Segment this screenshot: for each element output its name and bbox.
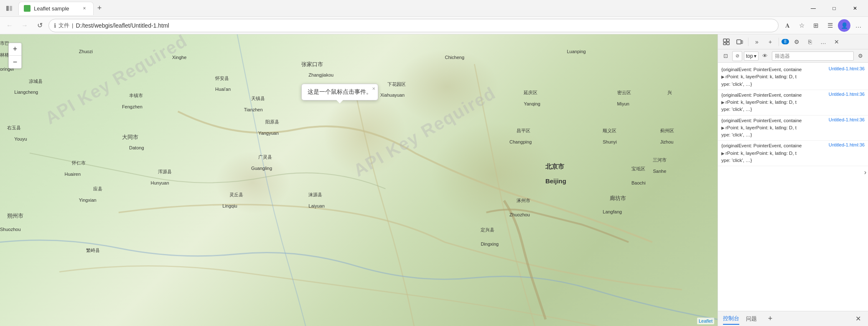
zoom-controls: + − (8, 43, 22, 69)
right-chevron-icon[interactable]: › (864, 169, 866, 176)
label-zhuozi: Zhuozi (79, 49, 93, 54)
devtools-close-button[interactable]: ✕ (831, 36, 843, 48)
console-expandable-1[interactable]: ▶rPoint: k, layerPoint: k, latlng: D, t (721, 73, 865, 80)
label-baochi-en: Baochi (631, 180, 646, 185)
label-sanhe-cn: 三河市 (653, 157, 667, 163)
label-miyun-cn: 密云区 (617, 90, 631, 96)
svg-rect-6 (737, 40, 741, 44)
close-window-button[interactable]: ✕ (845, 2, 865, 15)
label-zhangjiakou-en: Zhangjiakou (308, 72, 333, 77)
settings-more-button[interactable]: … (852, 19, 865, 32)
label-datong-en: Datong (129, 145, 144, 150)
label-huaian-cn: 怀安县 (215, 75, 229, 82)
label-xiahuayuan-cn: 下花园区 (387, 81, 406, 87)
label-tianzhen-en: Tianzhen (244, 107, 263, 112)
label-langfang-en: Langfang (603, 209, 622, 214)
address-input[interactable] (76, 22, 773, 29)
tab-favicon (24, 5, 31, 12)
new-tab-button[interactable]: + (94, 3, 105, 14)
leaflet-link[interactable]: Leaflet (699, 318, 713, 323)
new-devtools-button[interactable]: + (764, 36, 776, 48)
console-expandable-4[interactable]: ▶rPoint: k, layerPoint: k, latlng: D, t (721, 150, 865, 157)
back-button[interactable]: ← (3, 19, 16, 32)
filter-input[interactable] (772, 51, 854, 61)
devtools-panel: » + 8 ⚙ ⎘ … ✕ ⊡ ⊘ top ▾ 👁 (718, 34, 868, 326)
console-link-4[interactable]: Untitled-1.html:36 (829, 142, 865, 147)
maximize-button[interactable]: □ (825, 2, 844, 15)
inspect-element-button[interactable] (720, 36, 732, 48)
zoom-in-button[interactable]: + (9, 43, 21, 56)
label-shunyi-en: Shunyi (603, 139, 617, 144)
svg-rect-3 (727, 39, 729, 41)
console-entry-1: Untitled-1.html:36 {originalEvent: Point… (718, 64, 868, 90)
active-tab[interactable]: Leaflet sample × (18, 2, 94, 15)
label-huaian-en: Huai'an (215, 87, 231, 92)
expand-arrow-3: ▶ (721, 126, 725, 130)
console-output[interactable]: Untitled-1.html:36 {originalEvent: Point… (718, 63, 868, 311)
device-emulation-button[interactable] (734, 36, 746, 48)
collections-button[interactable]: ☰ (824, 19, 836, 32)
console-entry-3: Untitled-1.html:36 {originalEvent: Point… (718, 116, 868, 141)
svg-rect-2 (723, 39, 726, 42)
console-entry-4: Untitled-1.html:36 {originalEvent: Point… (718, 141, 868, 166)
read-aloud-button[interactable]: 𝐀 (781, 19, 794, 32)
label-shuozhou-en: Shuozhou (0, 227, 21, 232)
filter-settings-button[interactable]: ⚙ (855, 51, 865, 61)
label-datong-cn: 大同市 (122, 133, 138, 141)
label-beijing-en: Beijing (545, 177, 566, 185)
map-container[interactable]: 张家口市 Zhangjiakou Chicheng Luanping 怀安县 H… (0, 34, 718, 326)
favorites-button[interactable]: ☆ (795, 19, 808, 32)
label-yanqing-cn: 延庆区 (524, 90, 537, 96)
label-jizhou-en: Jizhou (660, 139, 674, 144)
content-area: 张家口市 Zhangjiakou Chicheng Luanping 怀安县 H… (0, 34, 868, 326)
chevron-row: › (718, 166, 868, 179)
label-dingxing-en: Dingxing (481, 241, 499, 246)
console-subtext-2: ype: 'click', …} (721, 106, 865, 113)
context-chevron: ▾ (754, 53, 756, 59)
favorites-bar-button[interactable]: ⊞ (809, 19, 822, 32)
minimize-button[interactable]: — (804, 2, 823, 15)
sidebar-toggle-button[interactable] (3, 3, 15, 14)
profile-button[interactable]: 👤 (838, 19, 850, 32)
devtools-toolbar-1: » + 8 ⚙ ⎘ … ✕ (718, 34, 868, 49)
title-bar: Leaflet sample × + — □ ✕ (0, 0, 868, 17)
console-link-2[interactable]: Untitled-1.html:36 (829, 92, 865, 97)
console-tab[interactable]: 控制台 (723, 313, 739, 325)
label-zhuozhou-cn: 涿州市 (517, 198, 530, 204)
leaflet-attribution: Leaflet (697, 318, 714, 324)
console-expandable-3[interactable]: ▶rPoint: k, layerPoint: k, latlng: D, t (721, 124, 865, 131)
separator: | (72, 22, 73, 28)
context-selector-button[interactable]: ⊡ (720, 51, 731, 61)
devtools-bottom-bar: 控制台 问题 + ✕ (718, 311, 868, 326)
label-liangcheng-en: Liangcheng (14, 90, 38, 95)
svg-rect-7 (741, 41, 743, 44)
devtools-settings-button[interactable]: ⚙ (791, 36, 802, 48)
console-link-1[interactable]: Untitled-1.html:36 (829, 66, 865, 71)
expand-arrow-2: ▶ (721, 100, 725, 105)
refresh-button[interactable]: ↺ (33, 19, 46, 32)
label-zhangjiakou: 张家口市 (301, 61, 323, 68)
devtools-share-button[interactable]: ⎘ (804, 36, 816, 48)
add-panel-button[interactable]: + (765, 314, 775, 324)
context-dropdown[interactable]: top ▾ (744, 51, 759, 61)
console-link-3[interactable]: Untitled-1.html:36 (829, 117, 865, 122)
close-devtools-bottom-button[interactable]: ✕ (853, 314, 863, 324)
label-hunyuan-cn: 浑源县 (158, 169, 172, 175)
label-yingxian-en: Yingxian (79, 198, 97, 203)
address-bar-container[interactable]: ℹ 文件 | (48, 19, 779, 32)
devtools-more-button[interactable]: … (817, 36, 829, 48)
label-jizhou-cn: 蓟州区 (660, 128, 674, 134)
separator-1 (748, 38, 748, 46)
eye-button[interactable]: 👁 (760, 51, 770, 61)
more-tools-button[interactable]: » (751, 36, 763, 48)
popup-close-button[interactable]: × (372, 86, 376, 91)
console-expandable-2[interactable]: ▶rPoint: k, layerPoint: k, latlng: D, t (721, 99, 865, 106)
tab-close-button[interactable]: × (81, 5, 88, 12)
label-fanshi-cn: 繁峙县 (86, 247, 100, 254)
forward-button[interactable]: → (18, 19, 31, 32)
issues-tab[interactable]: 问题 (746, 313, 757, 324)
label-fengzhen-en: Fengzhen (122, 104, 143, 109)
zoom-out-button[interactable]: − (9, 56, 21, 68)
no-filter-button[interactable]: ⊘ (732, 51, 742, 61)
expand-arrow-1: ▶ (721, 74, 725, 79)
